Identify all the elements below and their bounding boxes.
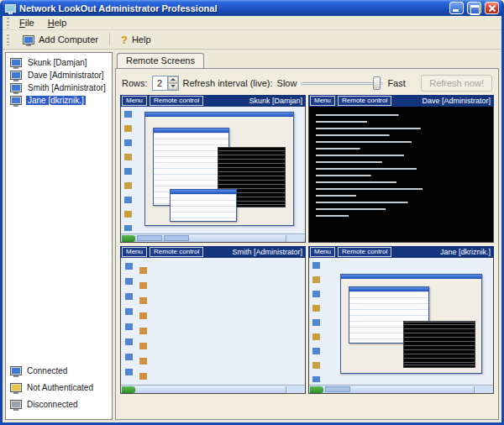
- screen-menu-button[interactable]: Menu: [310, 247, 335, 257]
- remote-screen-thumbnail[interactable]: [308, 107, 494, 243]
- menu-file[interactable]: File: [13, 17, 40, 29]
- refresh-interval-slider[interactable]: [301, 76, 383, 91]
- status-icon-screen: [12, 368, 20, 374]
- mini-window: [340, 274, 482, 374]
- computer-tree-panel: Skunk [Damjan] Dave [Administrator] Smit…: [5, 52, 113, 420]
- status-icon-screen: [12, 385, 20, 391]
- add-computer-label: Add Computer: [39, 34, 98, 45]
- remote-screen-skunk: Menu Remote control Skunk [Damjan]: [120, 95, 306, 243]
- mini-window-body: [171, 194, 237, 220]
- tab-remote-screens[interactable]: Remote Screens: [117, 53, 204, 68]
- mini-desktop-icons: [312, 262, 320, 382]
- arrow-down-icon: [171, 85, 176, 87]
- computer-icon-screen: [12, 97, 20, 103]
- remote-screen-thumbnail[interactable]: [120, 107, 306, 243]
- mini-window: [170, 189, 238, 221]
- app-icon-screen: [7, 6, 14, 11]
- mini-system-tray: [286, 386, 304, 393]
- remote-control-button[interactable]: Remote control: [338, 96, 391, 106]
- toolbar-grip-handle: [7, 34, 9, 45]
- tree-item-smith[interactable]: Smith [Administrator]: [8, 81, 109, 94]
- computer-name: Skunk [Damjan]: [26, 58, 89, 67]
- mini-taskbar: [121, 233, 305, 242]
- mini-start-button: [122, 386, 135, 393]
- not-authenticated-status-icon: [10, 383, 22, 392]
- tab-strip: Remote Screens: [115, 52, 499, 68]
- screen-computer-name: Skunk [Damjan]: [249, 97, 304, 105]
- help-button[interactable]: ? Help: [116, 33, 156, 47]
- mini-taskbar: [121, 385, 305, 393]
- toolbar-separator: [109, 33, 110, 46]
- mini-window-body: [341, 279, 481, 373]
- minimize-button[interactable]: [449, 2, 464, 14]
- tree-item-dave[interactable]: Dave [Administrator]: [8, 69, 109, 81]
- remote-control-button[interactable]: Remote control: [338, 247, 391, 257]
- computer-icon-screen: [12, 72, 20, 78]
- mini-task-button: [325, 386, 350, 392]
- legend-label: Connected: [27, 366, 67, 375]
- computer-icon: [10, 58, 22, 67]
- menu-help[interactable]: Help: [42, 17, 73, 29]
- screen-menu-button[interactable]: Menu: [122, 247, 147, 257]
- spinner-down-button[interactable]: [168, 83, 178, 90]
- mini-desktop-icons: [125, 263, 150, 381]
- remote-screen-thumbnail[interactable]: [120, 258, 306, 394]
- screen-menu-button[interactable]: Menu: [122, 96, 147, 106]
- screen-header: Menu Remote control Skunk [Damjan]: [120, 95, 306, 107]
- slow-label: Slow: [277, 78, 297, 88]
- connected-status-icon: [10, 366, 22, 375]
- remote-screens-panel: Rows: 2 Refresh interval (live): Slow: [115, 68, 499, 420]
- content-area: Skunk [Damjan] Dave [Administrator] Smit…: [3, 50, 501, 422]
- computer-icon: [10, 83, 22, 92]
- screen-computer-name: Jane [dkriznik.]: [440, 248, 492, 256]
- remote-control-button[interactable]: Remote control: [150, 96, 203, 106]
- mini-window: [144, 112, 293, 225]
- slider-thumb[interactable]: [373, 76, 381, 90]
- mini-window-body: [145, 117, 292, 224]
- computer-icon-screen: [24, 37, 33, 43]
- mini-desktop-icons: [124, 111, 132, 231]
- remote-control-button[interactable]: Remote control: [150, 247, 203, 257]
- screen-header: Menu Remote control Dave [Administrator]: [308, 95, 494, 107]
- help-icon: ?: [121, 34, 128, 45]
- screen-menu-button[interactable]: Menu: [310, 96, 335, 106]
- disconnected-status-icon: [10, 400, 22, 409]
- menubar-grip-handle: [7, 18, 9, 29]
- remote-screen-dave: Menu Remote control Dave [Administrator]: [308, 95, 494, 243]
- rows-label: Rows:: [122, 78, 148, 88]
- main-panel: Remote Screens Rows: 2 Refresh interval …: [115, 52, 499, 420]
- computer-name: Smith [Administrator]: [26, 83, 108, 92]
- add-computer-button[interactable]: Add Computer: [18, 33, 103, 46]
- tree-item-skunk[interactable]: Skunk [Damjan]: [8, 56, 109, 69]
- legend-not-authenticated: Not Authenticated: [10, 383, 108, 392]
- tree-item-jane[interactable]: Jane [dkriznik.]: [8, 94, 109, 107]
- refresh-now-button[interactable]: Refresh now!: [421, 75, 492, 92]
- controls-bar: Rows: 2 Refresh interval (live): Slow: [119, 71, 495, 94]
- screen-computer-name: Smith [Administrator]: [232, 248, 304, 256]
- legend-label: Not Authenticated: [27, 383, 93, 392]
- title-bar: Network LookOut Administrator Profession…: [3, 0, 501, 16]
- legend-connected: Connected: [10, 366, 108, 375]
- app-icon: [5, 4, 16, 13]
- app-window: Network LookOut Administrator Profession…: [0, 0, 504, 425]
- close-button[interactable]: [485, 2, 499, 14]
- computer-name: Jane [dkriznik.]: [26, 96, 86, 105]
- menu-bar: File Help: [3, 16, 501, 30]
- toolbar: Add Computer ? Help: [3, 30, 501, 50]
- slider-track: [301, 82, 383, 85]
- rows-spinner[interactable]: 2: [152, 76, 179, 91]
- mini-task-button: [137, 235, 162, 241]
- computer-icon-screen: [12, 85, 20, 91]
- remote-screen-thumbnail[interactable]: [308, 258, 494, 394]
- spinner-up-button[interactable]: [168, 76, 178, 83]
- screen-computer-name: Dave [Administrator]: [422, 97, 492, 105]
- mini-start-button: [310, 386, 323, 393]
- rows-value: 2: [153, 76, 167, 90]
- maximize-button[interactable]: [467, 2, 481, 14]
- legend-label: Disconnected: [27, 400, 78, 409]
- mini-start-button: [122, 235, 135, 242]
- mini-system-tray: [286, 235, 304, 242]
- screens-grid: Menu Remote control Skunk [Damjan]: [119, 94, 495, 395]
- remote-screen-jane: Menu Remote control Jane [dkriznik.]: [308, 246, 494, 394]
- remote-screen-smith: Menu Remote control Smith [Administrator…: [120, 246, 306, 394]
